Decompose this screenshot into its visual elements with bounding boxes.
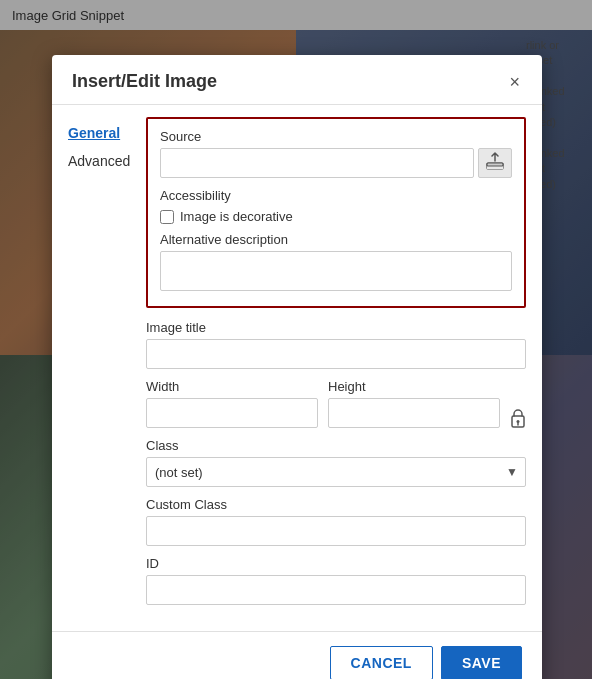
form-area: Source	[142, 105, 542, 631]
svg-rect-2	[487, 163, 503, 166]
highlighted-section: Source	[146, 117, 526, 308]
height-input[interactable]	[328, 398, 500, 428]
modal-title: Insert/Edit Image	[72, 71, 217, 92]
image-title-label: Image title	[146, 320, 526, 335]
modal-header: Insert/Edit Image ×	[52, 55, 542, 105]
alt-description-label: Alternative description	[160, 232, 512, 247]
close-button[interactable]: ×	[507, 73, 522, 91]
upload-icon	[486, 152, 504, 174]
class-label: Class	[146, 438, 526, 453]
height-group: Height	[328, 379, 500, 428]
modal-footer: CANCEL SAVE	[52, 631, 542, 679]
source-label: Source	[160, 129, 512, 144]
custom-class-input[interactable]	[146, 516, 526, 546]
custom-class-group: Custom Class	[146, 497, 526, 546]
modal-overlay: Insert/Edit Image × General Advanced Sou…	[0, 0, 592, 679]
tab-general[interactable]: General	[68, 121, 142, 145]
decorative-checkbox-row: Image is decorative	[160, 209, 512, 224]
decorative-checkbox[interactable]	[160, 210, 174, 224]
tab-advanced[interactable]: Advanced	[68, 149, 142, 173]
width-group: Width	[146, 379, 318, 428]
id-label: ID	[146, 556, 526, 571]
modal-body: General Advanced Source	[52, 105, 542, 631]
insert-edit-image-modal: Insert/Edit Image × General Advanced Sou…	[52, 55, 542, 679]
save-button[interactable]: SAVE	[441, 646, 522, 679]
alt-description-input[interactable]	[160, 251, 512, 291]
class-select-wrapper: (not set) img-fluid img-thumbnail rounde…	[146, 457, 526, 487]
upload-button[interactable]	[478, 148, 512, 178]
id-input[interactable]	[146, 575, 526, 605]
decorative-label: Image is decorative	[180, 209, 293, 224]
height-label: Height	[328, 379, 500, 394]
width-input[interactable]	[146, 398, 318, 428]
custom-class-label: Custom Class	[146, 497, 526, 512]
tabs-sidebar: General Advanced	[52, 105, 142, 631]
image-title-input[interactable]	[146, 339, 526, 369]
source-row	[160, 148, 512, 178]
source-input[interactable]	[160, 148, 474, 178]
width-label: Width	[146, 379, 318, 394]
regular-fields: Image title Width Height	[146, 320, 526, 605]
cancel-button[interactable]: CANCEL	[330, 646, 433, 679]
dimensions-row: Width Height	[146, 379, 526, 438]
class-group: Class (not set) img-fluid img-thumbnail …	[146, 438, 526, 487]
image-title-group: Image title	[146, 320, 526, 369]
id-group: ID	[146, 556, 526, 605]
lock-icon	[510, 408, 526, 438]
accessibility-label: Accessibility	[160, 188, 512, 203]
class-select[interactable]: (not set) img-fluid img-thumbnail rounde…	[146, 457, 526, 487]
